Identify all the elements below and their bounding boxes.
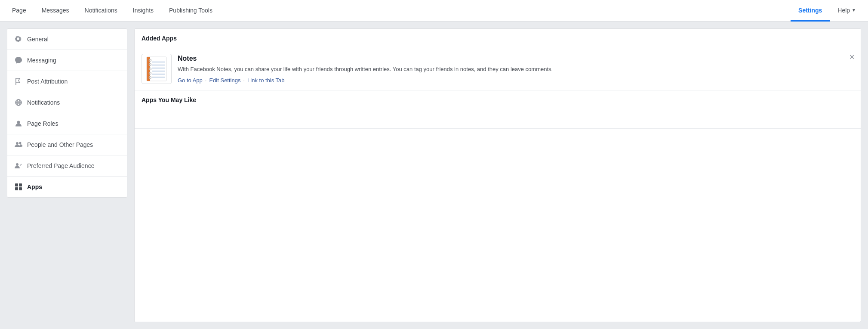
sidebar: General Messaging Post Attribution (7, 28, 127, 198)
sidebar-label-general: General (27, 36, 49, 43)
content-panel: Added Apps (134, 28, 861, 322)
apps-you-may-like-section: Apps You May Like (135, 90, 861, 129)
sidebar-item-page-roles[interactable]: Page Roles (7, 113, 127, 134)
sidebar-item-general[interactable]: General (7, 29, 127, 50)
gear-icon (14, 35, 23, 43)
apps-you-may-like-content (135, 109, 861, 128)
nav-item-notifications[interactable]: Notifications (77, 0, 125, 22)
sidebar-label-messaging: Messaging (27, 57, 56, 64)
nav-item-settings[interactable]: Settings (791, 0, 830, 22)
sidebar-item-people-other-pages[interactable]: People and Other Pages (7, 134, 127, 155)
apps-you-may-like-header: Apps You May Like (135, 90, 861, 109)
notes-app-item: Notes With Facebook Notes, you can share… (135, 48, 861, 90)
top-nav: Page Messages Notifications Insights Pub… (0, 0, 868, 22)
svg-rect-15 (147, 57, 150, 81)
go-to-app-link[interactable]: Go to App (178, 77, 203, 84)
nav-item-help[interactable]: Help ▼ (830, 0, 864, 22)
added-apps-header: Added Apps (135, 29, 861, 48)
main-layout: General Messaging Post Attribution (0, 22, 868, 329)
svg-rect-10 (15, 183, 18, 186)
edit-settings-link[interactable]: Edit Settings (209, 77, 240, 84)
sidebar-item-messaging[interactable]: Messaging (7, 50, 127, 71)
target-audience-icon (14, 161, 23, 170)
flag-icon (14, 77, 23, 86)
nav-item-insights[interactable]: Insights (125, 0, 161, 22)
link-separator-2: · (243, 77, 245, 84)
person-icon (14, 119, 23, 128)
people-icon (14, 140, 23, 149)
nav-item-messages[interactable]: Messages (34, 0, 77, 22)
sidebar-label-post-attribution: Post Attribution (27, 78, 68, 85)
apps-icon (14, 183, 23, 191)
svg-point-6 (17, 121, 20, 124)
sidebar-label-notifications: Notifications (27, 99, 60, 106)
notes-notebook-icon (144, 56, 169, 82)
sidebar-item-post-attribution[interactable]: Post Attribution (7, 71, 127, 92)
svg-point-9 (16, 163, 18, 166)
notes-app-icon-wrapper (142, 54, 172, 84)
sidebar-label-page-roles: Page Roles (27, 120, 58, 127)
sidebar-item-apps[interactable]: Apps (7, 177, 127, 197)
link-to-tab-link[interactable]: Link to this Tab (247, 77, 284, 84)
chevron-down-icon: ▼ (852, 8, 856, 12)
link-separator-1: · (205, 77, 207, 84)
globe-icon (14, 98, 23, 107)
close-notes-app-button[interactable]: ✕ (849, 54, 855, 61)
notes-app-links: Go to App · Edit Settings · Link to this… (178, 77, 854, 84)
svg-point-7 (16, 142, 18, 145)
nav-item-publishing-tools[interactable]: Publishing Tools (161, 0, 220, 22)
notes-app-info: Notes With Facebook Notes, you can share… (178, 54, 854, 84)
sidebar-label-preferred-page-audience: Preferred Page Audience (27, 162, 94, 169)
sidebar-label-people-other-pages: People and Other Pages (27, 141, 93, 148)
nav-item-page[interactable]: Page (4, 0, 34, 22)
sidebar-label-apps: Apps (27, 183, 42, 190)
svg-rect-11 (19, 183, 22, 186)
messaging-icon (14, 56, 23, 65)
sidebar-item-notifications[interactable]: Notifications (7, 92, 127, 113)
notes-app-description: With Facebook Notes, you can share your … (178, 65, 854, 74)
help-label: Help (837, 7, 850, 14)
sidebar-item-preferred-page-audience[interactable]: Preferred Page Audience (7, 155, 127, 177)
svg-rect-12 (15, 187, 18, 190)
svg-rect-13 (19, 187, 22, 190)
notes-app-name: Notes (178, 55, 854, 62)
svg-point-8 (19, 142, 22, 144)
added-apps-section: Added Apps (135, 29, 861, 90)
